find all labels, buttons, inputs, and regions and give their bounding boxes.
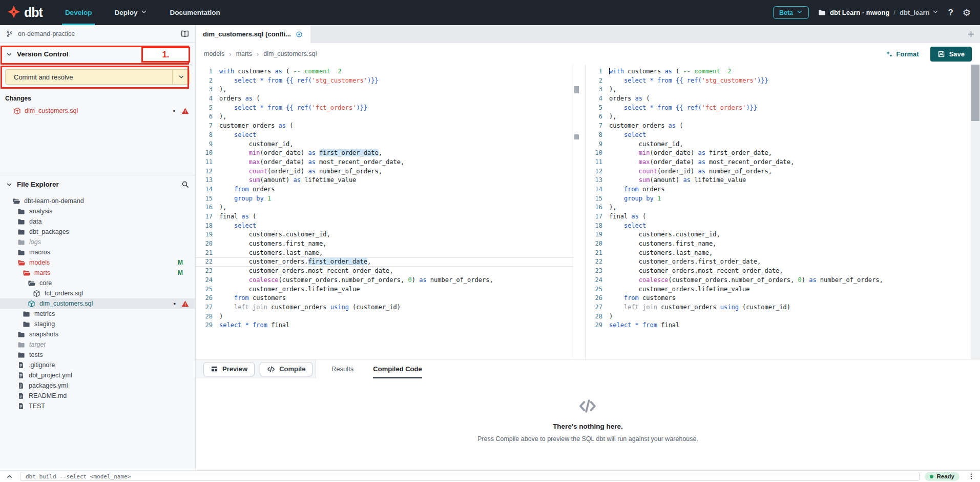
code-line[interactable]: 13 sum(amount) as lifetime_value [586, 176, 971, 185]
tab-results[interactable]: Results [331, 359, 353, 378]
preview-button[interactable]: Preview [203, 362, 255, 376]
save-button[interactable]: Save [930, 47, 972, 62]
format-button[interactable]: Format [885, 50, 919, 58]
code-line[interactable]: 29select * from final [196, 321, 573, 330]
tab-compiled-code[interactable]: Compiled Code [373, 359, 422, 378]
tree-item-marts[interactable]: martsM [0, 268, 195, 278]
code-line[interactable]: 14 from orders [196, 185, 573, 194]
code-line[interactable]: 15 group by 1 [586, 194, 971, 204]
code-line[interactable]: 25 customer_orders.lifetime_value [196, 285, 573, 294]
command-input[interactable]: dbt build --select <model_name> [20, 472, 920, 481]
code-line[interactable]: 6), [586, 112, 971, 122]
code-line[interactable]: 25 customer_orders.lifetime_value [586, 285, 971, 294]
code-line[interactable]: 8 select [586, 131, 971, 140]
code-line[interactable]: 4orders as ( [586, 94, 971, 104]
code-line[interactable]: 20 customers.first_name, [196, 239, 573, 249]
code-line[interactable]: 11 max(order_date) as most_recent_order_… [586, 158, 971, 167]
tree-item-fct-orders-sql[interactable]: fct_orders.sql [0, 288, 195, 298]
tree-item-analysis[interactable]: analysis [0, 206, 195, 216]
code-line[interactable]: 5 select * from {{ ref('fct_orders')}} [196, 104, 573, 113]
tree-item-dbt-packages[interactable]: dbt_packages [0, 227, 195, 237]
kebab-menu-icon[interactable] [967, 473, 976, 480]
tree-item-snapshots[interactable]: snapshots [0, 329, 195, 339]
code-line[interactable]: 26 from customers [196, 294, 573, 303]
expand-panel-chevron-up-icon[interactable] [4, 473, 15, 480]
code-line[interactable]: 7customer_orders as ( [586, 122, 971, 131]
file-explorer-header[interactable]: File Explorer [0, 175, 195, 193]
beta-dropdown[interactable]: Beta [773, 6, 809, 19]
search-icon[interactable] [181, 180, 189, 188]
commit-dropdown-toggle[interactable] [172, 70, 190, 84]
nav-item-documentation[interactable]: Documentation [158, 0, 231, 25]
code-line[interactable]: 15 group by 1 [196, 194, 573, 204]
tree-item-models[interactable]: modelsM [0, 257, 195, 268]
code-line[interactable]: 3), [586, 85, 971, 94]
code-line[interactable]: 10 min(order_date) as first_order_date, [196, 149, 573, 158]
code-line[interactable]: 22 customer_orders.first_order_date, [586, 257, 971, 267]
code-line[interactable]: 18 select [586, 222, 971, 231]
changed-file-row[interactable]: dim_customers.sql • [0, 105, 195, 116]
code-line[interactable]: 18 select [196, 222, 573, 231]
tree-item-readme-md[interactable]: README.md [0, 391, 195, 401]
breadcrumb-models[interactable]: models [204, 50, 224, 57]
project-name[interactable]: dbt_learn [900, 9, 939, 16]
nav-item-deploy[interactable]: Deploy [103, 0, 158, 25]
code-line[interactable]: 17final as ( [196, 212, 573, 222]
tree-item-dim-customers-sql[interactable]: dim_customers.sql• [0, 298, 195, 309]
code-line[interactable]: 23 customer_orders.most_recent_order_dat… [196, 267, 573, 276]
tree-item-data[interactable]: data [0, 216, 195, 227]
code-line[interactable]: 9 customer_id, [586, 140, 971, 149]
code-line[interactable]: 19 customers.customer_id, [586, 230, 971, 239]
tree-item-target[interactable]: target [0, 339, 195, 350]
new-tab-button[interactable] [962, 25, 980, 43]
code-line[interactable]: 10 min(order_date) as first_order_date, [586, 149, 971, 158]
code-line[interactable]: 20 customers.first_name, [586, 239, 971, 249]
commit-and-resolve-button[interactable]: Commit and resolve [5, 69, 190, 85]
lineage-book-icon[interactable] [181, 30, 189, 38]
account-switcher[interactable]: dbt Learn - mwong / dbt_learn [818, 9, 939, 16]
code-line[interactable]: 29select * from final [586, 321, 971, 330]
vertical-scrollbar[interactable] [971, 65, 980, 359]
code-line[interactable]: 8 select [196, 131, 573, 140]
branch-row[interactable]: on-demand-practice [0, 25, 195, 43]
code-line[interactable]: 26 from customers [586, 294, 971, 303]
tree-item--gitignore[interactable]: .gitignore [0, 360, 195, 370]
breadcrumb-marts[interactable]: marts [236, 50, 252, 57]
tree-item-logs[interactable]: logs [0, 237, 195, 247]
code-line[interactable]: 23 customer_orders.most_recent_order_dat… [586, 267, 971, 276]
tree-item-dbt-project-yml[interactable]: dbt_project.yml [0, 370, 195, 380]
code-line[interactable]: 9 customer_id, [196, 140, 573, 149]
tree-item-tests[interactable]: tests [0, 350, 195, 360]
code-line[interactable]: 28) [196, 312, 573, 322]
code-line[interactable]: 14 from orders [586, 185, 971, 194]
code-line[interactable]: 2 select * from {{ ref('stg_customers')}… [196, 76, 573, 86]
code-line[interactable]: 17final as ( [586, 212, 971, 222]
code-line[interactable]: 12 count(order_id) as number_of_orders, [586, 167, 971, 176]
help-button[interactable]: ? [948, 8, 953, 18]
code-line[interactable]: 21 customers.last_name, [586, 249, 971, 258]
code-line[interactable]: 24 coalesce(customer_orders.number_of_or… [586, 276, 971, 285]
code-line[interactable]: 6), [196, 112, 573, 122]
code-line[interactable]: 19 customers.customer_id, [196, 230, 573, 239]
code-line[interactable]: 1with customers as ( -- comment 2 [196, 67, 573, 76]
dbt-logo[interactable]: dbt [0, 0, 54, 25]
tree-item-staging[interactable]: staging [0, 319, 195, 329]
version-control-header[interactable]: Version Control [0, 43, 195, 66]
code-line[interactable]: 24 coalesce(customer_orders.number_of_or… [196, 276, 573, 285]
editor-tab-dim-customers[interactable]: dim_customers.sql (confli... [196, 25, 310, 43]
compile-button[interactable]: Compile [260, 362, 312, 376]
code-line[interactable]: 5 select * from {{ ref('fct_orders')}} [586, 104, 971, 113]
nav-item-develop[interactable]: Develop [54, 0, 103, 25]
code-line[interactable]: 13 sum(amount) as lifetime_value [196, 176, 573, 185]
code-line[interactable]: 27 left join customer_orders using (cust… [586, 303, 971, 312]
code-line[interactable]: 4orders as ( [196, 94, 573, 104]
breadcrumb-file[interactable]: dim_customers.sql [263, 50, 317, 57]
tree-item-packages-yml[interactable]: packages.yml [0, 380, 195, 391]
code-line[interactable]: 2 select * from {{ ref('stg_customers')}… [586, 76, 971, 86]
scrollbar-thumb[interactable] [971, 65, 979, 121]
code-line[interactable]: 12 count(order_id) as number_of_orders, [196, 167, 573, 176]
tree-item-test[interactable]: TEST [0, 401, 195, 411]
tree-item-metrics[interactable]: metrics [0, 309, 195, 319]
code-line[interactable]: 11 max(order_date) as most_recent_order_… [196, 158, 573, 167]
tree-item-dbt-learn-on-demand[interactable]: dbt-learn-on-demand [0, 196, 195, 206]
